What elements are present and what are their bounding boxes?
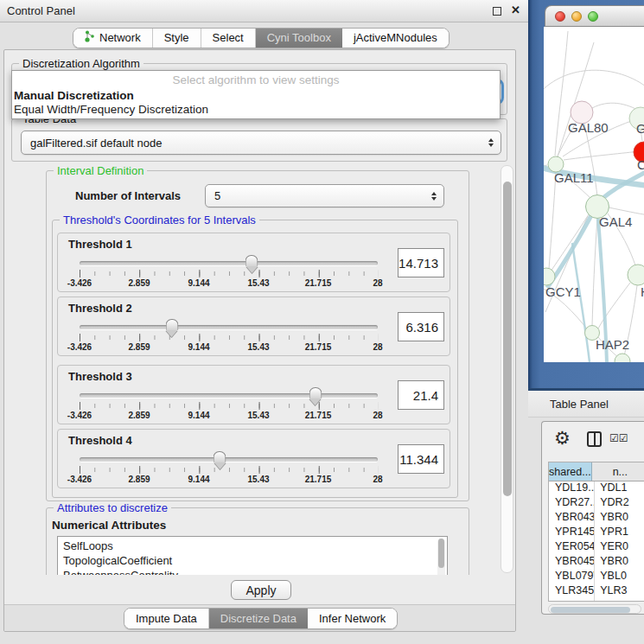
tick-label: 28 bbox=[373, 278, 382, 288]
select-columns-checkbox-icons[interactable]: ☑☑ bbox=[609, 432, 628, 444]
slider-scale-labels: -3.426 2.859 9.144 15.43 21.715 28 bbox=[80, 342, 378, 353]
list-item[interactable]: SelfLoops bbox=[63, 539, 447, 553]
attributes-listbox[interactable]: SelfLoops TopologicalCoefficient Between… bbox=[57, 536, 448, 575]
scrollbar-thumb[interactable] bbox=[438, 539, 444, 568]
columns-icon[interactable] bbox=[587, 431, 602, 447]
tick-label: 28 bbox=[373, 475, 382, 484]
table-row[interactable]: YLR345WYLR3 bbox=[549, 584, 644, 599]
threshold-4-slider[interactable]: -3.426 2.859 9.144 15.43 21.715 28 bbox=[80, 452, 378, 485]
zoom-traffic-light[interactable] bbox=[588, 11, 598, 22]
number-of-intervals-combobox[interactable]: 5 bbox=[205, 184, 444, 207]
tick-label: -3.426 bbox=[67, 411, 92, 420]
slider-track[interactable] bbox=[80, 261, 378, 265]
tab-style[interactable]: Style bbox=[152, 29, 201, 48]
gear-icon[interactable]: ⚙ bbox=[554, 429, 571, 447]
slider-thumb[interactable] bbox=[245, 255, 258, 266]
list-item[interactable]: TopologicalCoefficient bbox=[63, 553, 447, 568]
column-header-shared-name[interactable]: shared... bbox=[549, 462, 592, 481]
slider-track[interactable] bbox=[80, 393, 378, 398]
application-root: Control Panel ✕ Network Style Select Cyn… bbox=[0, 0, 644, 644]
tab-label: Select bbox=[213, 31, 244, 44]
minimize-traffic-light[interactable] bbox=[571, 11, 582, 22]
tick-label: 21.715 bbox=[305, 342, 332, 352]
slider-ticks bbox=[80, 466, 378, 474]
tab-label: Discretize Data bbox=[220, 612, 296, 625]
tab-label: Infer Network bbox=[319, 612, 386, 625]
table-horizontal-scrollbar[interactable] bbox=[548, 604, 641, 614]
table-data-group: Table Data galFiltered.sif default node bbox=[11, 118, 507, 162]
slider-thumb[interactable] bbox=[309, 387, 322, 399]
close-icon[interactable]: ✕ bbox=[511, 3, 520, 16]
threshold-3-slider[interactable]: -3.426 2.859 9.144 15.43 21.715 28 bbox=[80, 388, 378, 421]
tick-label: -3.426 bbox=[67, 278, 92, 288]
table-data-combobox[interactable]: galFiltered.sif default node bbox=[21, 131, 501, 155]
table-row[interactable]: YBL079WYBL0 bbox=[549, 570, 644, 584]
node-attribute-table: shared... n... YDL19...YDL1 YDR27...YDR2… bbox=[548, 462, 644, 602]
group-title: Interval Definition bbox=[54, 164, 147, 177]
network-canvas[interactable]: GAL80 G. C GAL11 GAL4 GCY1 H HAP2 bbox=[544, 27, 644, 362]
threshold-2-slider[interactable]: -3.426 2.859 9.144 15.43 21.715 28 bbox=[80, 320, 378, 353]
table-row[interactable]: YDR27...YDR2 bbox=[549, 496, 644, 511]
tab-jactivemnodules[interactable]: jActiveMNodules bbox=[342, 29, 449, 48]
table-row[interactable]: YDL19...YDL1 bbox=[549, 481, 644, 496]
list-item[interactable]: BetweennessCentrality bbox=[63, 568, 447, 575]
node-partial-bottom[interactable] bbox=[615, 354, 630, 362]
combo-value: 5 bbox=[214, 189, 220, 202]
node-label-partial-h: H bbox=[641, 284, 644, 299]
slider-ticks bbox=[80, 334, 378, 341]
threshold-4-value-field[interactable]: 11.344 bbox=[398, 444, 444, 474]
popup-option-manual[interactable]: Manual Discretization bbox=[12, 88, 500, 102]
slider-track[interactable] bbox=[80, 325, 378, 329]
tab-discretize-data[interactable]: Discretize Data bbox=[208, 609, 308, 628]
table-row[interactable]: YPR145WYPR1 bbox=[549, 526, 644, 540]
float-window-icon[interactable] bbox=[493, 7, 501, 16]
tab-label: Network bbox=[99, 31, 141, 44]
node-partial-mid-right[interactable] bbox=[628, 265, 644, 285]
popup-option-equal-width[interactable]: Equal Width/Frequency Discretization bbox=[12, 102, 500, 116]
threshold-1-value-field[interactable]: 14.713 bbox=[398, 248, 444, 277]
tick-label: 9.144 bbox=[188, 278, 209, 288]
tick-label: 21.715 bbox=[305, 475, 332, 484]
scrollbar-thumb[interactable] bbox=[551, 607, 630, 613]
close-traffic-light[interactable] bbox=[555, 11, 565, 22]
node-label-partial-g: G. bbox=[636, 121, 644, 136]
tick-label: 9.144 bbox=[188, 342, 209, 352]
tab-label: jActiveMNodules bbox=[354, 31, 437, 44]
attributes-group: Attributes to discretize Numerical Attri… bbox=[46, 507, 469, 575]
tick-label: 15.43 bbox=[247, 411, 269, 420]
network-window-titlebar[interactable] bbox=[545, 5, 644, 27]
list-scrollbar[interactable] bbox=[437, 539, 445, 575]
column-header-name[interactable]: n... bbox=[592, 462, 644, 481]
tab-network[interactable]: Network bbox=[73, 29, 152, 48]
settings-scrollbar[interactable] bbox=[501, 165, 513, 573]
threshold-2-value-field[interactable]: 6.316 bbox=[398, 312, 444, 341]
slider-thumb[interactable] bbox=[165, 319, 178, 330]
table-row[interactable]: YIL052CYIL0 bbox=[549, 599, 644, 602]
threshold-3-panel: Threshold 3 -3.426 2.859 9.144 15.43 21.… bbox=[57, 365, 450, 424]
tab-cyni-toolbox[interactable]: Cyni Toolbox bbox=[255, 29, 342, 48]
slider-scale-labels: -3.426 2.859 9.144 15.43 21.715 28 bbox=[80, 475, 378, 485]
slider-thumb[interactable] bbox=[214, 451, 226, 462]
table-row[interactable]: YBR045CYBR0 bbox=[549, 555, 644, 570]
tab-impute-data[interactable]: Impute Data bbox=[124, 609, 208, 628]
threshold-label: Threshold 2 bbox=[68, 302, 132, 315]
table-header-row: shared... n... bbox=[549, 462, 644, 481]
slider-track[interactable] bbox=[80, 457, 378, 462]
tab-infer-network[interactable]: Infer Network bbox=[308, 609, 397, 628]
settings-scroll-viewport: Interval Definition Number of Intervals … bbox=[11, 163, 501, 575]
bottom-tab-bar: Impute Data Discretize Data Infer Networ… bbox=[124, 608, 398, 629]
number-of-intervals-label: Number of Intervals bbox=[75, 189, 181, 202]
threshold-3-value-field[interactable]: 21.4 bbox=[398, 380, 444, 410]
tick-label: -3.426 bbox=[67, 475, 92, 484]
tab-select[interactable]: Select bbox=[201, 29, 255, 48]
threshold-2-panel: Threshold 2 -3.426 2.859 9.144 15.43 21.… bbox=[57, 296, 450, 356]
threshold-1-slider[interactable]: -3.426 2.859 9.144 15.43 21.715 28 bbox=[80, 256, 378, 289]
table-row[interactable]: YER054CYER0 bbox=[549, 540, 644, 555]
tick-label: 2.859 bbox=[128, 475, 150, 484]
threshold-4-panel: Threshold 4 -3.426 2.859 9.144 15.43 21.… bbox=[57, 429, 450, 488]
table-row[interactable]: YBR043CYBR0 bbox=[549, 511, 644, 526]
scrollbar-thumb[interactable] bbox=[503, 182, 512, 496]
interval-definition-group: Interval Definition Number of Intervals … bbox=[46, 170, 469, 501]
network-view-window: GAL80 G. C GAL11 GAL4 GCY1 H HAP2 bbox=[528, 0, 644, 391]
apply-button[interactable]: Apply bbox=[231, 580, 291, 600]
